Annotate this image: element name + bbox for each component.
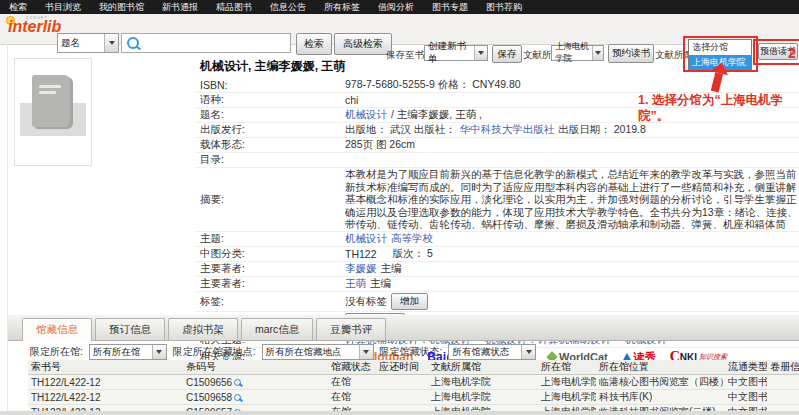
advanced-search-button[interactable]: 高级检索	[334, 33, 392, 55]
holdings-table: 索书号 条码号 馆藏状态 应还时间 文献所属馆 所在馆 所在馆位置 流通类型 卷…	[28, 360, 799, 415]
menu-item-featured-books[interactable]: 精品图书	[207, 0, 261, 14]
field-row-classification: 中图分类: TH122 版次： 5	[196, 247, 799, 262]
toc-label: 目录:	[200, 153, 345, 167]
tab-strip: 馆藏信息 预订信息 虚拟书架 marc信息 豆瓣书评	[8, 315, 799, 341]
menu-item-book-recommend[interactable]: 图书荐购	[477, 0, 531, 14]
search-box	[121, 33, 291, 53]
add-tag-button[interactable]: 增加	[391, 293, 428, 310]
subject-link-1[interactable]: 机械设计	[345, 232, 387, 246]
classification-value: TH122	[345, 248, 377, 260]
author-link-1[interactable]: 李媛媛	[345, 262, 377, 276]
search-type-value: 题名	[61, 37, 80, 50]
field-row-tags: 标签: 没有标签 增加	[196, 292, 799, 312]
publication-date: 出版日期： 2019.8	[558, 123, 646, 137]
cell-circulation-type: 中文图书	[725, 390, 767, 404]
edition-value: 版次： 5	[393, 247, 433, 261]
search-type-select[interactable]: 题名	[57, 33, 119, 53]
field-row-author-1: 主要著者: 李媛媛 主编	[196, 262, 799, 277]
filter-sublocation-label: 限定所在馆藏地点:	[173, 345, 256, 359]
col-due-date: 应还时间	[376, 360, 428, 374]
table-header-row: 索书号 条码号 馆藏状态 应还时间 文献所属馆 所在馆 所在馆位置 流通类型 卷…	[28, 360, 799, 375]
field-row-abstract: 摘要: 本教材是为了顺应目前新兴的基于信息化教学的新模式，总结近年来的教学改革与…	[196, 168, 799, 232]
abstract-text: 本教材是为了顺应目前新兴的基于信息化教学的新模式，总结近年来的教学改革与实践，参…	[345, 168, 799, 231]
filter-status-label: 限定馆藏状态:	[380, 345, 443, 359]
publisher-link[interactable]: 华中科技大学出版社	[460, 123, 555, 137]
title-link[interactable]: 机械设计	[345, 108, 387, 122]
author-role-1: 主编	[381, 262, 402, 276]
abstract-label: 摘要:	[200, 193, 345, 207]
col-owning-library: 文献所属馆	[428, 360, 538, 374]
table-row: TH122/L422-12 C1509658 在馆 上海电机学院 上海电机学院 …	[28, 390, 799, 405]
content-left-border	[7, 44, 8, 411]
header-bar: interlib TCSOFT 题名 检索 高级检索	[0, 14, 799, 45]
chevron-down-icon	[521, 345, 535, 359]
classification-label: 中图分类:	[200, 247, 345, 261]
branch-option-placeholder[interactable]: 选择分馆	[689, 40, 751, 55]
menu-item-new-books[interactable]: 新书通报	[153, 0, 207, 14]
language-value: chi	[345, 94, 358, 106]
chevron-down-icon	[104, 34, 118, 52]
tab-virtual-shelf[interactable]: 虚拟书架	[168, 318, 238, 340]
annotation-step1: 1. 选择分馆为“上海电机学院”。	[638, 92, 796, 124]
tags-none-text: 没有标签	[345, 295, 387, 309]
title-label: 题名:	[200, 108, 345, 122]
zoom-icon[interactable]	[234, 394, 241, 401]
cell-status: 在馆	[328, 390, 376, 404]
menu-item-loan-analysis[interactable]: 借阅分析	[369, 0, 423, 14]
cell-owning-library: 上海电机学院	[428, 375, 538, 389]
tab-douban-reviews[interactable]: 豆瓣书评	[316, 318, 386, 340]
filter-sublocation-select[interactable]: 所有所在馆藏地点	[262, 344, 374, 360]
cell-circulation-type: 中文图书	[725, 375, 767, 389]
tab-booking-info[interactable]: 预订信息	[95, 318, 165, 340]
book-cover-placeholder	[14, 58, 92, 166]
author-link-2[interactable]: 王萌	[345, 277, 366, 291]
cell-barcode: C1509656	[186, 377, 232, 388]
tags-label: 标签:	[200, 295, 345, 309]
field-row-author-2: 主要著者: 王萌 主编	[196, 277, 799, 292]
cell-call-number: TH122/L422-12	[28, 377, 183, 388]
cell-location: 科技书库(K)	[596, 390, 725, 404]
col-status: 馆藏状态	[328, 360, 376, 374]
cell-call-number: TH122/L422-12	[28, 392, 183, 403]
col-call-number: 索书号	[28, 360, 183, 374]
search-button[interactable]: 检索	[296, 33, 332, 55]
carrier-label: 载体形态:	[200, 138, 345, 152]
tab-marc-info[interactable]: marc信息	[241, 318, 313, 340]
publication-place: 出版地： 武汉 出版社：	[345, 123, 456, 137]
tab-holdings-info[interactable]: 馆藏信息	[22, 318, 92, 341]
cell-status: 在馆	[328, 375, 376, 389]
col-location: 所在馆位置	[596, 360, 725, 374]
filter-status-select[interactable]: 所有馆藏状态	[448, 344, 536, 360]
book-icon	[32, 75, 70, 127]
author-label-1: 主要著者:	[200, 262, 345, 276]
footer-strip	[0, 411, 799, 415]
col-barcode: 条码号	[183, 360, 328, 374]
carrier-value: 285页 图 26cm	[345, 138, 415, 152]
author-label-2: 主要著者:	[200, 277, 345, 291]
cell-current-library: 上海电机学院	[538, 390, 596, 404]
author-role-2: 主编	[370, 277, 391, 291]
menu-item-search[interactable]: 检索	[0, 0, 36, 14]
menu-item-announcements[interactable]: 信息公告	[261, 0, 315, 14]
publication-label: 出版发行:	[200, 123, 345, 137]
menu-item-all-tags[interactable]: 所有标签	[315, 0, 369, 14]
title-rest: / 主编李媛媛, 王萌 ,	[391, 108, 482, 122]
field-row-toc: 目录:	[196, 153, 799, 168]
search-icon	[127, 37, 139, 49]
menu-item-browse[interactable]: 书目浏览	[36, 0, 90, 14]
isbn-value: 978-7-5680-5255-9 价格： CNY49.80	[345, 78, 521, 92]
cell-location: 临港核心图书阅览室（四楼）	[596, 375, 725, 389]
logo-subtitle: TCSOFT	[26, 15, 48, 20]
col-circulation-type: 流通类型	[725, 360, 767, 374]
menu-item-book-topics[interactable]: 图书专题	[423, 0, 477, 14]
isbn-label: ISBN:	[200, 79, 345, 91]
menu-item-my-library[interactable]: 我的图书馆	[90, 0, 153, 14]
subject-label: 主题:	[200, 232, 345, 246]
holdings-filters: 限定所在馆: 所有所在馆 限定所在馆藏地点: 所有所在馆藏地点 限定馆藏状态: …	[30, 344, 536, 360]
subject-link-2[interactable]: 高等学校	[391, 232, 433, 246]
interlib-logo: interlib	[8, 18, 61, 36]
top-menu-bar: 检索 书目浏览 我的图书馆 新书通报 精品图书 信息公告 所有标签 借阅分析 图…	[0, 0, 799, 14]
filter-location-select[interactable]: 所有所在馆	[89, 344, 167, 360]
zoom-icon[interactable]	[234, 379, 241, 386]
search-input[interactable]	[143, 34, 290, 52]
